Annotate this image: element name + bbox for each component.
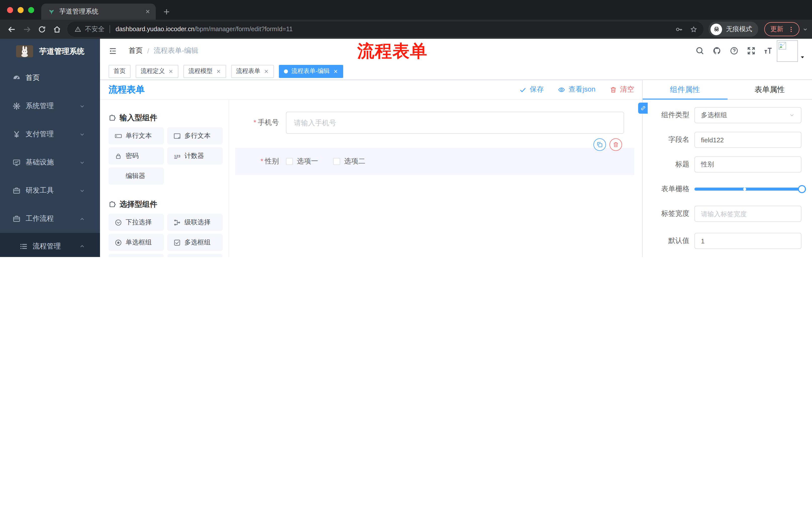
chevron-up-icon bbox=[79, 216, 85, 221]
tab-component-props[interactable]: 组件属性 bbox=[643, 80, 727, 99]
tab-close-icon[interactable] bbox=[145, 8, 151, 15]
github-icon[interactable] bbox=[713, 46, 722, 55]
tag-close-icon[interactable] bbox=[264, 69, 269, 74]
sidebar: 芋道管理系统 首页系统管理支付管理基础设施研发工具工作流程流程管理流程表单用户分… bbox=[0, 39, 100, 257]
update-label: 更新 bbox=[770, 25, 783, 34]
view-json-button[interactable]: 查看json bbox=[558, 85, 596, 94]
textarea-icon bbox=[173, 132, 181, 140]
tag-close-icon[interactable] bbox=[216, 69, 221, 74]
tag-close-icon[interactable] bbox=[333, 69, 338, 74]
eye-icon bbox=[558, 86, 566, 93]
tag-3[interactable]: 流程表单 bbox=[231, 64, 274, 78]
sidebar-item-2[interactable]: 支付管理 bbox=[0, 120, 100, 148]
form-canvas[interactable]: *手机号 *性别 选项一 bbox=[229, 100, 642, 257]
home-icon[interactable] bbox=[49, 25, 64, 33]
designer-toolbar: 流程表单 保存 查看json bbox=[100, 80, 642, 100]
field-name-row: 字段名 bbox=[648, 132, 802, 148]
close-window-button[interactable] bbox=[7, 7, 13, 13]
palette-item[interactable]: 滑块 bbox=[167, 254, 223, 257]
address-bar[interactable]: 不安全 dashboard.yudao.iocoder.cn/bpm/manag… bbox=[67, 22, 703, 37]
reload-icon[interactable] bbox=[34, 25, 49, 33]
tag-4[interactable]: 流程表单-编辑 bbox=[279, 64, 343, 78]
palette-item[interactable]: 多选框组 bbox=[167, 234, 223, 251]
breadcrumb-current: 流程表单-编辑 bbox=[154, 46, 198, 55]
font-size-icon[interactable] bbox=[764, 46, 773, 55]
sidebar-item-3[interactable]: 基础设施 bbox=[0, 148, 100, 177]
palette-item[interactable]: 编辑器 bbox=[109, 167, 164, 185]
radio-icon bbox=[115, 239, 122, 246]
tag-1[interactable]: 流程定义 bbox=[136, 64, 178, 78]
component-palette: 输入型组件单行文本多行文本密码123计数器编辑器选择型组件下拉选择级联选择单选框… bbox=[100, 100, 229, 257]
sidebar-item-5[interactable]: 工作流程 bbox=[0, 205, 100, 233]
gender-label: 性别 bbox=[265, 157, 279, 165]
tag-0[interactable]: 首页 bbox=[109, 64, 130, 78]
sidebar-item-6[interactable]: 流程管理 bbox=[0, 233, 100, 257]
grid-slider[interactable] bbox=[694, 181, 802, 197]
link-tab[interactable] bbox=[638, 103, 648, 114]
phone-input[interactable] bbox=[286, 112, 624, 134]
sidebar-item-0[interactable]: 首页 bbox=[0, 64, 100, 92]
password-key-icon[interactable] bbox=[675, 25, 683, 33]
gender-option-1[interactable]: 选项一 bbox=[286, 157, 318, 166]
select-icon bbox=[115, 218, 122, 226]
palette-item[interactable]: 多行文本 bbox=[167, 127, 223, 144]
minimize-window-button[interactable] bbox=[18, 7, 24, 13]
gender-field-block[interactable]: *性别 选项一 选项二 bbox=[235, 148, 634, 175]
palette-item[interactable]: 级联选择 bbox=[167, 214, 223, 231]
collapse-sidebar-icon[interactable] bbox=[109, 47, 117, 55]
omnibox-divider bbox=[110, 25, 110, 33]
component-type-select[interactable]: 多选框组 bbox=[694, 107, 802, 123]
sidebar-item-4[interactable]: 研发工具 bbox=[0, 177, 100, 205]
window-controls[interactable] bbox=[7, 7, 34, 13]
default-value-input[interactable] bbox=[694, 233, 802, 249]
favicon-plant-icon bbox=[48, 8, 55, 15]
delete-component-button[interactable] bbox=[609, 138, 622, 151]
security-warning-icon[interactable] bbox=[75, 26, 81, 33]
avatar[interactable] bbox=[777, 40, 798, 62]
palette-item[interactable]: 开关 bbox=[109, 254, 164, 257]
new-tab-button[interactable] bbox=[163, 8, 170, 16]
chevron-down-icon bbox=[789, 112, 795, 118]
palette-item[interactable]: 下拉选择 bbox=[109, 214, 164, 231]
checkbox-icon[interactable] bbox=[333, 158, 340, 165]
save-button[interactable]: 保存 bbox=[519, 85, 544, 94]
sidebar-item-1[interactable]: 系统管理 bbox=[0, 92, 100, 120]
zoom-window-button[interactable] bbox=[28, 7, 34, 13]
profile-chevron-icon[interactable] bbox=[803, 26, 808, 32]
copy-component-button[interactable] bbox=[593, 138, 606, 151]
fullscreen-icon[interactable] bbox=[747, 46, 756, 55]
tag-2[interactable]: 流程模型 bbox=[183, 64, 226, 78]
avatar-dropdown-icon[interactable] bbox=[800, 55, 805, 60]
checkbox-icon[interactable] bbox=[286, 158, 293, 165]
title-row: 标题 bbox=[648, 156, 802, 172]
back-icon[interactable] bbox=[4, 25, 19, 33]
breadcrumb-home[interactable]: 首页 bbox=[128, 46, 143, 55]
search-icon[interactable] bbox=[695, 46, 704, 55]
browser-tab[interactable]: 芋道管理系统 bbox=[41, 3, 156, 20]
help-icon[interactable] bbox=[730, 46, 738, 55]
forward-icon[interactable] bbox=[19, 25, 34, 33]
palette-item[interactable]: 单选框组 bbox=[109, 234, 164, 251]
clear-button[interactable]: 清空 bbox=[609, 85, 634, 94]
tag-close-icon[interactable] bbox=[168, 69, 173, 74]
chevron-up-icon bbox=[79, 243, 85, 249]
field-name-input[interactable] bbox=[694, 132, 802, 148]
sidebar-logo[interactable]: 芋道管理系统 bbox=[0, 39, 100, 64]
gender-option-2[interactable]: 选项二 bbox=[333, 157, 365, 166]
palette-item[interactable]: 123计数器 bbox=[167, 147, 223, 164]
browser-update-button[interactable]: 更新 bbox=[764, 22, 800, 36]
incognito-badge: 无痕模式 bbox=[708, 22, 758, 37]
chevron-down-icon bbox=[79, 132, 85, 137]
phone-field-row[interactable]: *手机号 bbox=[229, 112, 642, 134]
grid-row: 表单栅格 bbox=[648, 181, 802, 197]
tab-form-props[interactable]: 表单属性 bbox=[727, 80, 812, 99]
label-width-input[interactable] bbox=[694, 206, 802, 222]
palette-item[interactable]: 密码 bbox=[109, 147, 164, 164]
dashboard-icon bbox=[12, 74, 21, 82]
bookmark-star-icon[interactable] bbox=[690, 25, 697, 33]
breadcrumb: 首页 / 流程表单-编辑 bbox=[128, 46, 198, 55]
slider-handle[interactable] bbox=[798, 185, 806, 193]
palette-item[interactable]: 单行文本 bbox=[109, 127, 164, 144]
title-input[interactable] bbox=[694, 156, 802, 172]
menu-dots-icon[interactable] bbox=[788, 26, 794, 32]
